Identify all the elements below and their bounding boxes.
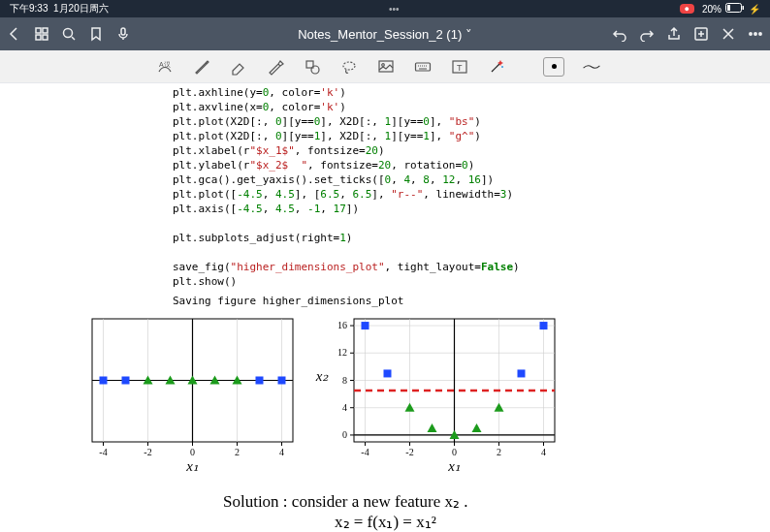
battery-label: 20% <box>702 4 722 15</box>
svg-text:0: 0 <box>190 447 195 457</box>
pen-tool-icon[interactable] <box>192 57 211 77</box>
svg-point-8 <box>64 29 73 38</box>
stroke-preview[interactable] <box>582 57 601 77</box>
svg-marker-91 <box>428 423 437 432</box>
right-plot: -4-20240481216x₁x₂ <box>310 311 562 476</box>
svg-rect-43 <box>122 377 130 385</box>
svg-text:-4: -4 <box>99 447 107 457</box>
handwriting-line-2: x₂ = f(x₁) = x₁² <box>223 512 722 532</box>
svg-point-23 <box>501 66 503 68</box>
page-content: plt.axhline(y=0, color='k') plt.axvline(… <box>0 83 770 532</box>
svg-rect-86 <box>362 322 369 329</box>
svg-text:12: 12 <box>337 347 347 358</box>
svg-rect-6 <box>36 35 41 40</box>
svg-rect-4 <box>36 28 41 33</box>
more-icon[interactable] <box>747 25 764 43</box>
svg-text:2: 2 <box>235 447 240 457</box>
battery-icon <box>725 3 745 15</box>
svg-rect-88 <box>518 369 526 377</box>
svg-rect-44 <box>256 377 264 385</box>
keyboard-icon[interactable] <box>413 57 433 77</box>
text-tool-icon[interactable]: T <box>450 57 469 77</box>
title-bar: Notes_Mentor_Session_2 (1) ˅ <box>0 17 770 50</box>
bookmark-icon[interactable] <box>87 25 105 43</box>
svg-text:-2: -2 <box>405 447 413 457</box>
magic-tool-icon[interactable] <box>487 57 506 77</box>
svg-text:-4: -4 <box>361 447 369 457</box>
charging-icon: ⚡ <box>749 4 760 15</box>
redo-icon[interactable] <box>638 25 656 43</box>
color-picker[interactable] <box>543 57 564 77</box>
search-icon[interactable] <box>60 25 78 43</box>
handwriting-line-1: Solution : consider a new feature x₂ . <box>223 491 722 512</box>
lasso-tool-icon[interactable] <box>339 57 359 77</box>
svg-marker-90 <box>405 403 415 412</box>
current-color-icon <box>552 64 557 69</box>
svg-point-16 <box>311 66 319 74</box>
svg-rect-2 <box>727 5 730 11</box>
apps-icon[interactable] <box>33 25 50 43</box>
svg-text:2: 2 <box>497 447 501 457</box>
svg-rect-89 <box>540 322 548 329</box>
figure-output: -4-2024x₁ -4-20240481216x₁x₂ <box>48 311 722 485</box>
record-indicator: ● <box>680 4 694 14</box>
svg-text:A汉: A汉 <box>159 61 171 68</box>
add-icon[interactable] <box>692 25 710 43</box>
svg-point-17 <box>343 62 355 70</box>
left-plot: -4-2024x₁ <box>48 311 301 476</box>
mic-icon[interactable] <box>114 25 132 43</box>
document-title[interactable]: Notes_Mentor_Session_2 (1) ˅ <box>200 27 570 42</box>
svg-rect-3 <box>743 6 745 10</box>
svg-text:4: 4 <box>541 447 546 457</box>
code-block: plt.axhline(y=0, color='k') plt.axvline(… <box>48 83 722 289</box>
svg-text:8: 8 <box>342 375 347 386</box>
share-icon[interactable] <box>665 25 683 43</box>
svg-rect-87 <box>384 369 392 377</box>
back-icon[interactable] <box>6 25 23 43</box>
svg-point-19 <box>382 63 385 66</box>
handwritten-note: Solution : consider a new feature x₂ . x… <box>48 491 722 532</box>
svg-text:T: T <box>457 63 463 73</box>
status-bar: 下午9:33 1月20日周六 ••• ● 20% ⚡ <box>0 0 770 17</box>
svg-rect-42 <box>100 377 108 385</box>
undo-icon[interactable] <box>611 25 628 43</box>
svg-marker-94 <box>495 403 504 412</box>
handwriting-tool-icon[interactable]: A汉 <box>155 57 175 77</box>
svg-rect-20 <box>416 63 431 71</box>
svg-text:x₁: x₁ <box>185 458 199 474</box>
svg-point-13 <box>759 33 761 35</box>
svg-text:0: 0 <box>452 447 457 457</box>
image-tool-icon[interactable] <box>376 57 396 77</box>
svg-rect-7 <box>43 35 48 40</box>
status-time: 下午9:33 1月20日周六 <box>10 2 109 16</box>
svg-text:0: 0 <box>342 429 347 440</box>
svg-text:x₂: x₂ <box>315 368 330 384</box>
svg-text:16: 16 <box>337 320 347 330</box>
close-icon[interactable] <box>720 25 737 43</box>
svg-rect-5 <box>43 28 48 33</box>
drawing-toolbar: A汉 T <box>0 50 770 83</box>
svg-rect-45 <box>278 377 286 385</box>
svg-point-11 <box>750 33 752 35</box>
status-handle-icon: ••• <box>109 4 680 15</box>
highlighter-tool-icon[interactable] <box>266 57 285 77</box>
svg-rect-9 <box>121 28 125 35</box>
svg-marker-93 <box>472 423 482 432</box>
svg-text:x₁: x₁ <box>447 458 461 474</box>
svg-text:4: 4 <box>342 402 347 413</box>
eraser-tool-icon[interactable] <box>229 57 248 77</box>
shape-tool-icon[interactable] <box>303 57 322 77</box>
svg-text:4: 4 <box>279 447 284 457</box>
svg-text:-2: -2 <box>144 447 151 457</box>
svg-point-12 <box>754 33 756 35</box>
output-text: Saving figure higher_dimensions_plot <box>48 295 722 307</box>
